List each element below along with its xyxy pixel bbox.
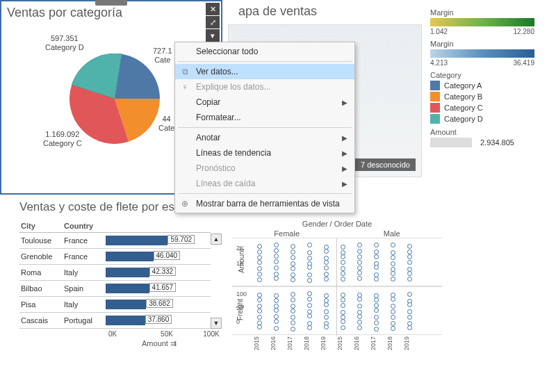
- legend-cat-d[interactable]: Category D: [430, 114, 553, 124]
- legend-amount-title: Amount: [430, 128, 553, 136]
- zoom-icon: ⊕: [179, 199, 190, 209]
- table-axis-label: Amount ⇉: [96, 339, 222, 348]
- col-city[interactable]: City: [19, 220, 63, 233]
- pie-chart[interactable]: 597.351Category D 727.1Cate 44Cate 1.169…: [7, 26, 202, 179]
- ctx-explain: ♀Explique los datos...: [175, 79, 354, 95]
- scroll-down-icon[interactable]: ▼: [211, 318, 222, 329]
- pie-label-d: 597.351Category D: [45, 34, 84, 52]
- dropdown-icon[interactable]: ▾: [206, 29, 220, 42]
- table-panel: Ventas y coste de flete por estado civil…: [0, 195, 229, 350]
- pie-label-a: 727.1Cate: [153, 47, 172, 65]
- ctx-select-all[interactable]: Seleccionar todo: [175, 44, 354, 59]
- legend-cat-c[interactable]: Category C: [430, 103, 553, 113]
- dot-row-amount[interactable]: [232, 238, 442, 286]
- dot-panel: Ventas vs. Flete Gender / Order Date Fem…: [229, 195, 445, 350]
- pie-title: Ventas por categoría: [7, 6, 215, 20]
- ctx-forecast: Pronóstico▶: [175, 161, 354, 176]
- legend-margin1-gradient[interactable]: [430, 18, 534, 26]
- dot-row-freight[interactable]: [232, 286, 442, 335]
- ctx-annotate[interactable]: Anotar▶: [175, 130, 354, 145]
- chevron-right-icon: ▶: [342, 99, 348, 106]
- map-title: Mapa de ventas: [228, 4, 422, 19]
- legend-cat-b[interactable]: Category B: [430, 92, 553, 101]
- pie-label-b: 44Cate: [158, 115, 174, 133]
- legend-margin2-gradient[interactable]: [430, 49, 534, 58]
- legend-category-title: Category: [430, 71, 553, 79]
- dots-header: Gender / Order Date: [232, 220, 442, 228]
- legend-panel: Margin 1.04212.280 Margin 4.21336.419 Ca…: [427, 0, 556, 195]
- scroll-up-icon[interactable]: ▲: [211, 234, 222, 245]
- ctx-trend[interactable]: Líneas de tendencia▶: [175, 145, 354, 161]
- col-country[interactable]: Country: [63, 220, 104, 233]
- ctx-format[interactable]: Formatear...: [175, 110, 354, 125]
- pie-label-c: 1.169.092Category C: [43, 130, 82, 148]
- chevron-right-icon: ▶: [342, 134, 348, 142]
- table-row[interactable]: PisaItaly38.682: [19, 297, 211, 313]
- ctx-toolbar[interactable]: ⊕Mostrar barra de herramientas de vista: [175, 196, 354, 211]
- table-row[interactable]: CascaisPortugal37.860: [19, 313, 211, 329]
- ctx-drop: Líneas de caída▶: [175, 176, 354, 191]
- ctx-view-data[interactable]: ⧉Ver datos...: [175, 64, 354, 79]
- table-row[interactable]: GrenobleFrance46.040: [19, 249, 211, 265]
- legend-margin2-title: Margin: [430, 40, 553, 48]
- drag-handle[interactable]: [95, 0, 127, 6]
- close-icon[interactable]: ✕: [206, 3, 220, 15]
- pie-svg: [70, 54, 160, 144]
- legend-cat-a[interactable]: Category A: [430, 81, 553, 90]
- chevron-right-icon: ▶: [342, 165, 348, 172]
- bulb-icon: ♀: [179, 82, 190, 92]
- table-row[interactable]: BilbaoSpain41.657: [19, 281, 211, 297]
- city-table: City Country ToulouseFrance59.702Grenobl…: [19, 220, 211, 329]
- table-row[interactable]: ToulouseFrance59.702: [19, 233, 211, 249]
- map-unknown-badge[interactable]: 7 desconocido: [355, 158, 416, 171]
- chevron-right-icon: ▶: [342, 149, 348, 157]
- col-amount[interactable]: [104, 220, 211, 233]
- table-row[interactable]: RomaItaly42.332: [19, 265, 211, 281]
- context-menu: Seleccionar todo ⧉Ver datos... ♀Explique…: [174, 42, 355, 213]
- data-icon: ⧉: [179, 67, 190, 76]
- legend-margin1-title: Margin: [430, 8, 553, 17]
- legend-amount[interactable]: 2.934.805: [430, 138, 553, 147]
- ctx-copy[interactable]: Copiar▶: [175, 95, 354, 110]
- chevron-right-icon: ▶: [342, 180, 348, 188]
- expand-icon[interactable]: ⤢: [206, 16, 220, 28]
